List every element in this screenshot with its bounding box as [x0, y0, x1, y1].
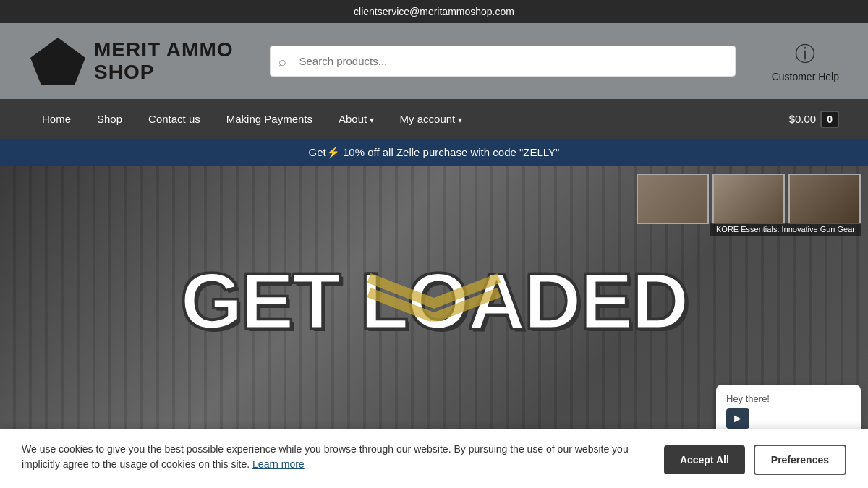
search-input[interactable]: [270, 46, 736, 77]
promo-bar: Get⚡ 10% off all Zelle purchase with cod…: [0, 139, 868, 166]
cart-area[interactable]: $0.00 0: [789, 111, 839, 128]
nav-links: Home Shop Contact us Making Payments Abo…: [29, 101, 789, 137]
header: MERIT AMMO SHOP ⓘ Customer Help: [0, 23, 868, 99]
product-thumb-2: [712, 174, 785, 224]
cookie-learn-more[interactable]: Learn more: [252, 458, 305, 470]
nav-payments[interactable]: Making Payments: [213, 101, 326, 137]
cookie-text: We use cookies to give you the best poss…: [22, 442, 650, 472]
search-area: [270, 46, 736, 77]
nav-contact[interactable]: Contact us: [135, 101, 213, 137]
product-thumb-1: [637, 174, 709, 224]
chat-greeting: Hey there!: [726, 393, 851, 404]
chat-input-row: ►: [726, 408, 851, 429]
nav-shop[interactable]: Shop: [84, 101, 135, 137]
nav-account[interactable]: My account: [387, 101, 475, 137]
product-thumb-3: [788, 174, 861, 224]
chat-send-button[interactable]: ►: [726, 408, 749, 429]
nav-home[interactable]: Home: [29, 101, 84, 137]
accept-all-button[interactable]: Accept All: [664, 445, 745, 474]
svg-marker-0: [30, 38, 85, 85]
hero-products: [637, 174, 861, 224]
contact-email: clientservice@meritammoshop.com: [354, 6, 514, 17]
preferences-button[interactable]: Preferences: [754, 445, 846, 475]
logo-area[interactable]: MERIT AMMO SHOP: [29, 36, 234, 87]
cart-price: $0.00: [789, 113, 817, 125]
nav-bar: Home Shop Contact us Making Payments Abo…: [0, 99, 868, 139]
logo-text: MERIT AMMO SHOP: [94, 39, 234, 84]
customer-help-label: Customer Help: [772, 71, 839, 82]
cookie-banner: We use cookies to give you the best poss…: [0, 429, 868, 488]
logo-icon: [29, 36, 87, 87]
cookie-buttons: Accept All Preferences: [664, 445, 846, 475]
top-bar: clientservice@meritammoshop.com: [0, 0, 868, 23]
cart-count: 0: [820, 111, 839, 128]
help-icon: ⓘ: [795, 40, 815, 68]
customer-help-button[interactable]: ⓘ Customer Help: [772, 40, 839, 82]
search-wrapper: [270, 46, 736, 77]
promo-text: Get⚡ 10% off all Zelle purchase with cod…: [309, 146, 560, 158]
hero-product-label: KORE Essentials: Innovative Gun Gear: [710, 223, 861, 236]
hero-chevron: [362, 264, 506, 325]
nav-about[interactable]: About: [326, 101, 387, 137]
